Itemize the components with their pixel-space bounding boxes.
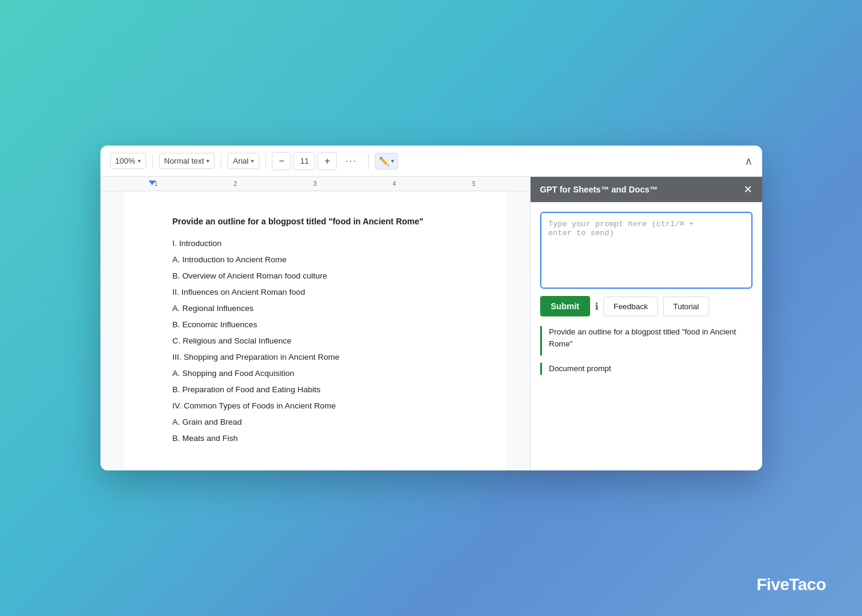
prompt-history-text: Provide an outline for a blogpost titled… xyxy=(549,326,753,350)
doc-content[interactable]: Provide an outline for a blogpost titled… xyxy=(125,191,506,470)
divider-3 xyxy=(265,154,266,168)
text-style-chevron-icon: ▾ xyxy=(206,158,209,164)
toolbar: 100% ▾ Normal text ▾ Arial ▾ − + ··· xyxy=(100,146,762,177)
zoom-value: 100% xyxy=(115,156,135,165)
brand-label: FiveTaco xyxy=(757,575,826,594)
prompt-history: Provide an outline for a blogpost titled… xyxy=(540,326,753,356)
divider-4 xyxy=(368,154,369,168)
doc-prompt-text: Document prompt xyxy=(549,363,753,375)
ruler: 1 2 3 4 5 xyxy=(100,177,530,191)
zoom-button[interactable]: 100% ▾ xyxy=(110,153,146,169)
gpt-body: Submit ℹ Feedback Tutorial Provide an ou… xyxy=(531,202,762,470)
zoom-group: 100% ▾ xyxy=(110,153,146,169)
list-item: I. Introduction xyxy=(173,235,458,251)
more-options-button[interactable]: ··· xyxy=(340,153,362,170)
font-size-increase-button[interactable]: + xyxy=(318,152,337,170)
font-group: Arial ▾ xyxy=(227,153,259,169)
list-item: III. Shopping and Preparation in Ancient… xyxy=(173,349,458,365)
pen-button[interactable]: ✏️ ▾ xyxy=(375,153,398,170)
text-style-group: Normal text ▾ xyxy=(159,153,215,169)
gpt-header: GPT for Sheets™ and Docs™ ✕ xyxy=(531,177,762,202)
prompt-textarea[interactable] xyxy=(540,212,753,289)
ruler-mark-2: 2 xyxy=(234,180,238,187)
submit-button[interactable]: Submit xyxy=(540,296,590,316)
gpt-panel: GPT for Sheets™ and Docs™ ✕ Submit ℹ Fee… xyxy=(531,177,762,470)
zoom-chevron-icon: ▾ xyxy=(138,158,141,164)
ruler-mark-3: 3 xyxy=(313,180,317,187)
doc-title: Provide an outline for a blogpost titled… xyxy=(173,215,458,228)
pen-icon: ✏️ xyxy=(379,156,389,166)
ruler-mark-4: 4 xyxy=(393,180,396,187)
list-item: IV. Common Types of Foods in Ancient Rom… xyxy=(173,398,458,414)
ruler-indent-icon xyxy=(149,180,156,185)
font-chevron-icon: ▾ xyxy=(251,158,254,164)
tutorial-button[interactable]: Tutorial xyxy=(663,297,709,316)
list-item: A. Introduction to Ancient Rome xyxy=(173,251,458,268)
ruler-marks: 1 2 3 4 5 xyxy=(155,180,476,187)
font-size-group: − + xyxy=(272,152,337,170)
font-button[interactable]: Arial ▾ xyxy=(227,153,259,169)
list-item: B. Preparation of Food and Eating Habits xyxy=(173,381,458,398)
info-icon[interactable]: ℹ xyxy=(595,301,599,312)
text-style-value: Normal text xyxy=(164,156,204,165)
list-item: A. Shopping and Food Acquisition xyxy=(173,365,458,381)
font-value: Arial xyxy=(233,156,248,165)
list-item: B. Meats and Fish xyxy=(173,430,458,446)
text-style-button[interactable]: Normal text ▾ xyxy=(159,153,215,169)
list-item: C. Religious and Social Influence xyxy=(173,333,458,349)
divider-2 xyxy=(221,154,221,168)
action-row: Submit ℹ Feedback Tutorial xyxy=(540,296,753,316)
gpt-panel-title: GPT for Sheets™ and Docs™ xyxy=(540,185,658,194)
list-item: II. Influences on Ancient Roman food xyxy=(173,284,458,300)
content-area: 1 2 3 4 5 Provide an outline for a blogp… xyxy=(100,177,762,470)
main-window: 100% ▾ Normal text ▾ Arial ▾ − + ··· xyxy=(100,146,762,470)
doc-outline: I. Introduction A. Introduction to Ancie… xyxy=(173,235,458,446)
list-item: B. Overview of Ancient Roman food cultur… xyxy=(173,268,458,284)
feedback-button[interactable]: Feedback xyxy=(603,297,658,316)
font-size-decrease-button[interactable]: − xyxy=(272,152,291,170)
gpt-close-button[interactable]: ✕ xyxy=(743,184,753,195)
doc-prompt-row: Document prompt xyxy=(540,363,753,375)
ruler-mark-5: 5 xyxy=(472,180,476,187)
list-item: A. Grain and Bread xyxy=(173,414,458,430)
divider-1 xyxy=(152,154,153,168)
pen-chevron-icon: ▾ xyxy=(391,158,394,164)
list-item: B. Economic Influences xyxy=(173,316,458,333)
collapse-button[interactable]: ∧ xyxy=(745,155,753,168)
doc-panel: 1 2 3 4 5 Provide an outline for a blogp… xyxy=(100,177,531,470)
list-item: A. Regional Influences xyxy=(173,300,458,316)
font-size-input[interactable] xyxy=(294,152,315,170)
